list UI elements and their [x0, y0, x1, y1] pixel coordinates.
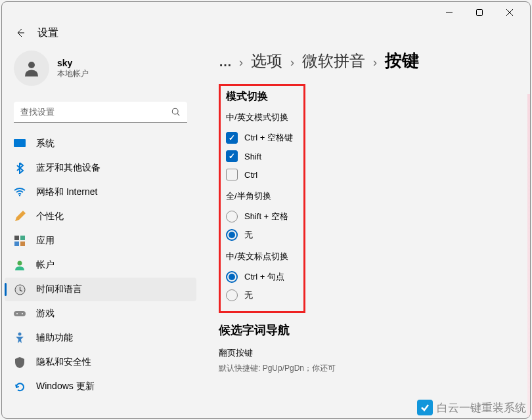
sidebar-item-update[interactable]: Windows 更新	[5, 375, 196, 398]
sidebar: sky 本地帐户 系统 蓝牙和其他设备	[2, 43, 199, 418]
svg-rect-10	[14, 236, 19, 240]
radio-option[interactable]: 无	[226, 286, 298, 304]
option-label: 无	[244, 289, 253, 301]
sidebar-item-label: Windows 更新	[36, 381, 95, 392]
option-label: Ctrl + 句点	[244, 271, 284, 283]
wifi-icon	[14, 186, 26, 198]
sidebar-item-label: 个性化	[36, 211, 64, 222]
sidebar-item-label: 游戏	[36, 308, 55, 320]
system-icon	[14, 138, 26, 150]
watermark-text: 白云一键重装系统	[437, 400, 526, 415]
chevron-right-icon: ›	[373, 56, 377, 70]
svg-rect-16	[14, 311, 26, 316]
sidebar-item-bluetooth[interactable]: 蓝牙和其他设备	[5, 156, 196, 180]
option-label: Ctrl	[244, 170, 257, 180]
svg-point-17	[16, 313, 18, 314]
breadcrumb-more[interactable]: …	[219, 54, 231, 70]
close-button[interactable]	[495, 3, 525, 22]
sidebar-item-personalize[interactable]: 个性化	[5, 205, 196, 228]
svg-rect-8	[14, 139, 26, 147]
svg-rect-11	[20, 236, 25, 240]
chevron-right-icon: ›	[290, 56, 294, 70]
option-label: Shift	[244, 152, 261, 161]
search-icon	[171, 108, 181, 117]
option-label: Ctrl + 空格键	[244, 132, 293, 144]
search-container	[14, 102, 187, 123]
user-profile[interactable]: sky 本地帐户	[2, 48, 199, 96]
avatar	[14, 51, 49, 86]
sidebar-item-label: 辅助功能	[36, 332, 73, 344]
edge-decoration	[527, 94, 530, 418]
privacy-icon	[14, 356, 26, 368]
watermark: 白云一键重装系统	[417, 400, 526, 415]
update-icon	[14, 381, 26, 392]
sidebar-item-label: 隐私和安全性	[36, 356, 91, 368]
titlebar	[2, 2, 530, 23]
sidebar-item-label: 帐户	[36, 259, 55, 271]
option-label: Shift + 空格	[244, 211, 288, 222]
maximize-button[interactable]	[464, 3, 495, 22]
svg-point-9	[19, 195, 20, 196]
user-type: 本地帐户	[57, 68, 89, 79]
section-title: 候选字词导航	[219, 322, 530, 338]
checkbox-icon	[226, 150, 238, 162]
apps-icon	[14, 235, 26, 247]
checkbox-option[interactable]: Ctrl	[226, 165, 298, 184]
subsection-title: 中/英文模式切换	[226, 112, 298, 123]
checkbox-option[interactable]: Ctrl + 空格键	[226, 129, 298, 147]
sidebar-item-apps[interactable]: 应用	[5, 229, 196, 253]
radio-icon	[226, 211, 238, 222]
checkbox-icon	[226, 169, 238, 180]
sidebar-item-label: 蓝牙和其他设备	[36, 162, 100, 174]
main-content: … › 选项 › 微软拼音 › 按键 模式切换 中/英文模式切换 Ctrl + …	[199, 43, 530, 418]
breadcrumb-current: 按键	[385, 49, 419, 72]
sidebar-item-label: 系统	[36, 138, 55, 150]
nav: 系统 蓝牙和其他设备 网络和 Internet 个性化 应用	[2, 132, 199, 398]
minimize-button[interactable]	[434, 3, 464, 22]
watermark-icon	[417, 400, 433, 415]
sidebar-item-label: 应用	[36, 235, 55, 247]
radio-option[interactable]: Ctrl + 句点	[226, 268, 298, 286]
radio-option[interactable]: 无	[226, 226, 298, 244]
search-input[interactable]	[14, 102, 187, 123]
sidebar-item-privacy[interactable]: 隐私和安全性	[5, 350, 196, 374]
subsection-title: 中/英文标点切换	[226, 251, 298, 262]
sidebar-item-accessibility[interactable]: 辅助功能	[5, 326, 196, 350]
svg-point-14	[18, 261, 22, 266]
app-title: 设置	[37, 26, 58, 40]
personalize-icon	[14, 211, 26, 222]
radio-option[interactable]: Shift + 空格	[226, 207, 298, 226]
accessibility-icon	[14, 332, 26, 344]
sidebar-item-label: 时间和语言	[36, 284, 82, 295]
breadcrumb-item[interactable]: 微软拼音	[302, 51, 365, 72]
account-icon	[14, 259, 26, 271]
breadcrumb-item[interactable]: 选项	[251, 51, 282, 72]
user-name: sky	[57, 58, 89, 68]
chevron-right-icon: ›	[239, 56, 243, 70]
bluetooth-icon	[14, 162, 26, 174]
section-title: 模式切换	[226, 90, 298, 104]
gaming-icon	[14, 308, 26, 320]
svg-point-18	[22, 313, 23, 314]
radio-icon	[226, 289, 238, 301]
svg-rect-12	[14, 242, 19, 246]
svg-point-6	[172, 108, 178, 114]
sidebar-item-system[interactable]: 系统	[5, 132, 196, 156]
sidebar-item-label: 网络和 Internet	[36, 186, 97, 198]
checkbox-option[interactable]: Shift	[226, 147, 298, 165]
sidebar-item-network[interactable]: 网络和 Internet	[5, 180, 196, 204]
option-label: 无	[244, 229, 253, 241]
header: 设置	[2, 23, 530, 43]
svg-line-7	[177, 114, 179, 116]
radio-icon	[226, 229, 238, 241]
hint-text: 默认快捷键: PgUp/PgDn；你还可	[219, 363, 530, 374]
sidebar-item-gaming[interactable]: 游戏	[5, 302, 196, 326]
sidebar-item-time-language[interactable]: 时间和语言	[5, 278, 196, 301]
svg-point-5	[28, 62, 35, 68]
back-button[interactable]	[12, 25, 28, 41]
checkbox-icon	[226, 132, 238, 144]
sidebar-item-account[interactable]: 帐户	[5, 253, 196, 277]
subsection-title: 全/半角切换	[226, 190, 298, 202]
breadcrumb: … › 选项 › 微软拼音 › 按键	[219, 49, 530, 72]
svg-rect-1	[477, 10, 483, 16]
